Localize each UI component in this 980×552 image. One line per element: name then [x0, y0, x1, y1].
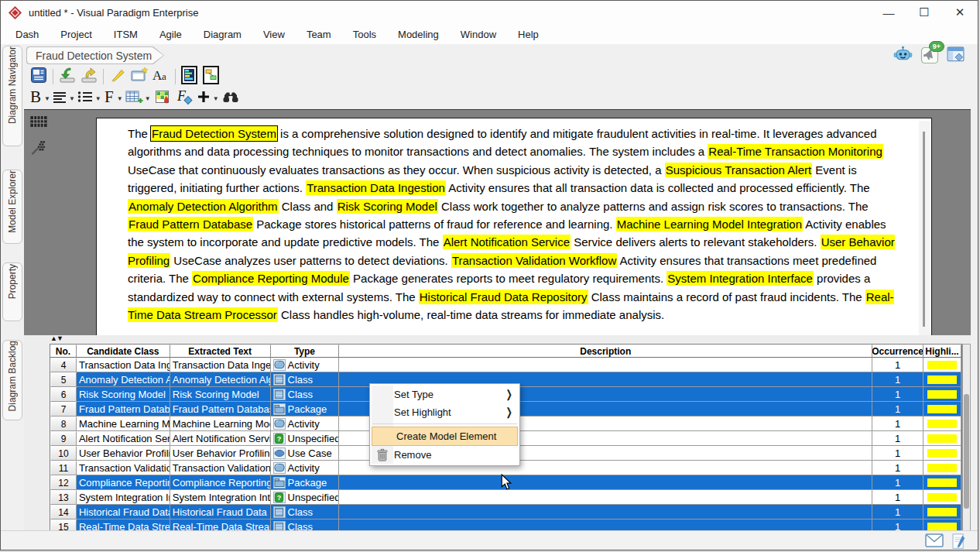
messages-icon[interactable] [925, 533, 942, 547]
extracted-text-cell[interactable]: Alert Notification Service [170, 431, 271, 446]
highlight-color-swatch[interactable] [927, 420, 957, 428]
table-row[interactable]: 14Historical Fraud Data RepositoryHistor… [50, 505, 961, 519]
menu-project[interactable]: Project [50, 26, 102, 43]
page-scrollbar[interactable] [919, 121, 930, 336]
menu-item-remove[interactable]: Remove [370, 446, 519, 464]
type-cell[interactable]: Activity [271, 461, 340, 475]
menu-window[interactable]: Window [450, 26, 507, 43]
highlighted-term[interactable]: Alert Notification Service [443, 235, 571, 249]
highlight-cell[interactable] [923, 446, 961, 461]
type-cell[interactable]: Activity [271, 417, 340, 431]
highlight-color-swatch[interactable] [927, 375, 957, 384]
menu-view[interactable]: View [252, 26, 296, 43]
menu-itsm[interactable]: ITSM [103, 26, 149, 43]
highlight-cell[interactable] [923, 505, 961, 519]
occurrence-cell[interactable]: 1 [872, 490, 923, 505]
column-header-occurrence[interactable]: Occurrence [872, 345, 923, 358]
menu-item-set-highlight[interactable]: Set Highlight❯ [370, 403, 519, 421]
color-palette-button[interactable] [152, 88, 173, 108]
highlighted-term[interactable]: Risk Scoring Model [337, 199, 438, 214]
highlight-color-swatch[interactable] [927, 508, 957, 516]
occurrence-cell[interactable]: 1 [872, 402, 923, 417]
ai-assistant-icon[interactable] [893, 45, 913, 64]
document-text[interactable]: The Fraud Detection System is a comprehe… [97, 123, 917, 336]
announcements-icon[interactable]: 9+ [920, 45, 939, 64]
grid-tool-icon[interactable] [29, 115, 48, 129]
dropdown-arrow-icon[interactable]: ▼ [117, 95, 123, 102]
extracted-text-cell[interactable]: System Integration Interface [170, 490, 271, 505]
tab-fraud-detection-system[interactable]: Fraud Detection System [26, 46, 164, 64]
type-cell[interactable]: ?Unspecified [271, 431, 340, 446]
highlight-color-swatch[interactable] [927, 361, 957, 369]
row-number[interactable]: 5 [50, 372, 77, 387]
highlight-cell[interactable] [923, 490, 961, 505]
occurrence-cell[interactable]: 1 [872, 387, 923, 402]
highlight-cell[interactable] [923, 387, 961, 402]
font-button[interactable]: F▼ [103, 88, 123, 108]
menu-agile[interactable]: Agile [149, 26, 193, 43]
type-cell[interactable]: Class [271, 505, 340, 519]
highlight-cell[interactable] [923, 402, 961, 417]
page-scrollbar-thumb[interactable] [923, 132, 925, 327]
new-callout-button[interactable] [129, 67, 149, 87]
extracted-text-cell[interactable]: Fraud Pattern Database [170, 402, 271, 417]
highlight-color-swatch[interactable] [927, 478, 957, 487]
column-header-candidateclass[interactable]: Candidate Class [77, 345, 170, 358]
row-number[interactable]: 11 [50, 461, 77, 475]
row-number[interactable]: 6 [50, 387, 77, 402]
diagram-view-button[interactable] [201, 67, 221, 87]
row-number[interactable]: 4 [50, 358, 77, 372]
candidate-class-cell[interactable]: Historical Fraud Data Repository [77, 505, 170, 519]
sidebar-tab-diagram-navigator[interactable]: Diagram Navigator [2, 46, 22, 146]
highlight-cell[interactable] [923, 475, 961, 490]
menu-dash[interactable]: Dash [5, 26, 50, 43]
candidate-class-cell[interactable]: Alert Notification Service [77, 431, 170, 446]
type-cell[interactable]: Use Case [271, 446, 340, 461]
description-cell[interactable] [339, 490, 872, 505]
menu-help[interactable]: Help [507, 26, 550, 43]
description-cell[interactable] [339, 475, 872, 490]
highlight-tool-button[interactable] [108, 67, 128, 87]
type-cell[interactable]: Package [271, 475, 340, 490]
dropdown-arrow-icon[interactable]: ▼ [95, 95, 101, 102]
occurrence-cell[interactable]: 1 [872, 372, 923, 387]
table-row[interactable]: 4Transaction Data IngestionTransaction D… [50, 358, 961, 372]
menu-item-create-model-element[interactable]: Create Model Element [372, 427, 518, 446]
highlighted-term[interactable]: Historical Fraud Data Repository [419, 290, 588, 304]
panel-layout-icon[interactable] [946, 45, 965, 64]
description-cell[interactable] [339, 358, 872, 372]
occurrence-cell[interactable]: 1 [872, 431, 923, 446]
highlighted-term[interactable]: Transaction Data Ingestion [306, 180, 446, 195]
highlighted-term[interactable]: Anomaly Detection Algorithm [128, 199, 279, 214]
export-button[interactable] [79, 67, 99, 87]
candidate-class-cell[interactable]: User Behavior Profiling [77, 446, 170, 461]
highlight-color-swatch[interactable] [927, 434, 957, 443]
extracted-text-cell[interactable]: Transaction Data Ingestion [170, 358, 271, 372]
candidate-class-cell[interactable]: Fraud Pattern Database [77, 402, 170, 417]
highlight-cell[interactable] [923, 461, 961, 475]
highlight-cell[interactable] [923, 372, 961, 387]
extracted-text-cell[interactable]: Machine Learning Model Integration [170, 417, 271, 431]
textual-analysis-button[interactable] [29, 67, 49, 87]
dropdown-arrow-icon[interactable]: ▼ [145, 95, 151, 102]
table-scrollbar[interactable] [962, 344, 971, 533]
table-scrollbar-thumb[interactable] [964, 394, 969, 509]
menu-tools[interactable]: Tools [342, 26, 387, 43]
occurrence-cell[interactable]: 1 [872, 475, 923, 490]
highlighted-term[interactable]: Real-Time Transaction Monitoring [708, 144, 883, 159]
list-button[interactable]: ▼ [77, 88, 101, 108]
find-button[interactable] [221, 88, 241, 108]
occurrence-cell[interactable]: 1 [872, 446, 923, 461]
occurrence-cell[interactable]: 1 [872, 417, 923, 431]
import-button[interactable] [57, 67, 77, 87]
highlight-color-swatch[interactable] [927, 449, 957, 458]
insert-table-button[interactable]: ▼ [125, 88, 151, 108]
menu-item-set-type[interactable]: Set Type❯ [370, 386, 519, 403]
column-header-type[interactable]: Type [271, 345, 340, 358]
minimize-button[interactable]: — [871, 1, 906, 24]
highlight-color-swatch[interactable] [927, 523, 957, 531]
row-number[interactable]: 13 [50, 490, 77, 505]
candidate-class-cell[interactable]: Compliance Reporting Module [77, 475, 170, 490]
highlighted-term[interactable]: System Integration Interface [666, 271, 814, 286]
description-cell[interactable] [339, 505, 872, 519]
